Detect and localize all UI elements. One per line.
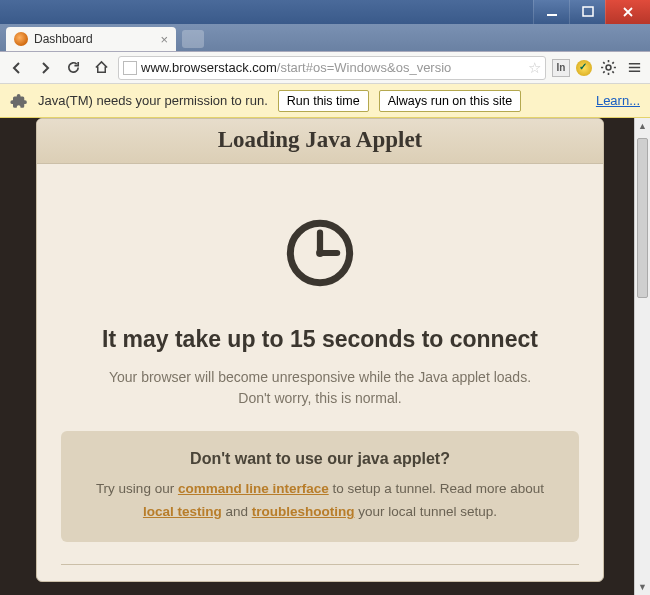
page-content: Loading Java Applet It may take up to 15… xyxy=(0,118,634,595)
browser-menu-button[interactable] xyxy=(624,58,644,78)
nav-forward-button[interactable] xyxy=(34,57,56,79)
menu-icon xyxy=(627,60,642,75)
favicon-icon xyxy=(14,32,28,46)
loading-card: Loading Java Applet It may take up to 15… xyxy=(36,118,604,582)
settings-gear-button[interactable] xyxy=(598,58,618,78)
tab-strip: Dashboard × xyxy=(0,24,650,52)
window-maximize-button[interactable] xyxy=(569,0,605,24)
java-permission-infobar: Java(TM) needs your permission to run. R… xyxy=(0,84,650,118)
clock-icon xyxy=(281,214,359,292)
run-this-time-button[interactable]: Run this time xyxy=(278,90,369,112)
svg-point-6 xyxy=(316,249,324,257)
alternative-text: Try using our command line interface to … xyxy=(83,478,557,524)
url-path: /start#os=Windows&os_versio xyxy=(277,60,452,75)
tab-title: Dashboard xyxy=(34,32,93,46)
nav-back-button[interactable] xyxy=(6,57,28,79)
local-testing-link[interactable]: local testing xyxy=(143,504,222,519)
arrow-left-icon xyxy=(9,60,25,76)
card-title: Loading Java Applet xyxy=(37,119,603,164)
scroll-down-button[interactable]: ▼ xyxy=(635,579,650,595)
alternative-title: Don't want to use our java applet? xyxy=(83,445,557,472)
reload-icon xyxy=(66,60,81,75)
bookmark-star-button[interactable]: ☆ xyxy=(528,59,541,77)
nav-home-button[interactable] xyxy=(90,57,112,79)
learn-more-link[interactable]: Learn... xyxy=(596,93,640,108)
troubleshooting-link[interactable]: troubleshooting xyxy=(252,504,355,519)
tab-close-button[interactable]: × xyxy=(160,32,168,47)
page-viewport: Loading Java Applet It may take up to 15… xyxy=(0,118,650,595)
extension-norton-icon[interactable] xyxy=(576,60,592,76)
vertical-scrollbar[interactable]: ▲ ▼ xyxy=(634,118,650,595)
browser-tab[interactable]: Dashboard × xyxy=(6,27,176,51)
minimize-icon xyxy=(546,6,558,18)
window-titlebar xyxy=(0,0,650,24)
maximize-icon xyxy=(582,6,594,18)
arrow-right-icon xyxy=(37,60,53,76)
url-host: www.browserstack.com xyxy=(141,60,277,75)
gear-icon xyxy=(600,59,617,76)
extension-in-icon[interactable]: In xyxy=(552,59,570,77)
loading-headline: It may take up to 15 seconds to connect xyxy=(61,326,579,353)
window-close-button[interactable] xyxy=(605,0,650,24)
home-icon xyxy=(94,60,109,75)
svg-rect-1 xyxy=(583,7,593,16)
url-bar[interactable]: www.browserstack.com/start#os=Windows&os… xyxy=(118,56,546,80)
alternative-box: Don't want to use our java applet? Try u… xyxy=(61,431,579,542)
svg-rect-0 xyxy=(547,14,557,16)
nav-reload-button[interactable] xyxy=(62,57,84,79)
cli-link[interactable]: command line interface xyxy=(178,481,329,496)
page-icon xyxy=(123,61,137,75)
scroll-up-button[interactable]: ▲ xyxy=(635,118,650,134)
scrollbar-thumb[interactable] xyxy=(637,138,648,298)
window-minimize-button[interactable] xyxy=(533,0,569,24)
separator xyxy=(61,564,579,565)
svg-point-2 xyxy=(606,65,611,70)
infobar-message: Java(TM) needs your permission to run. xyxy=(38,93,268,108)
plugin-puzzle-icon xyxy=(10,92,28,110)
loading-subtext: Your browser will become unresponsive wh… xyxy=(61,367,579,409)
url-text: www.browserstack.com/start#os=Windows&os… xyxy=(141,60,451,75)
always-run-button[interactable]: Always run on this site xyxy=(379,90,521,112)
browser-toolbar: www.browserstack.com/start#os=Windows&os… xyxy=(0,52,650,84)
new-tab-button[interactable] xyxy=(182,30,204,48)
close-icon xyxy=(622,6,634,18)
